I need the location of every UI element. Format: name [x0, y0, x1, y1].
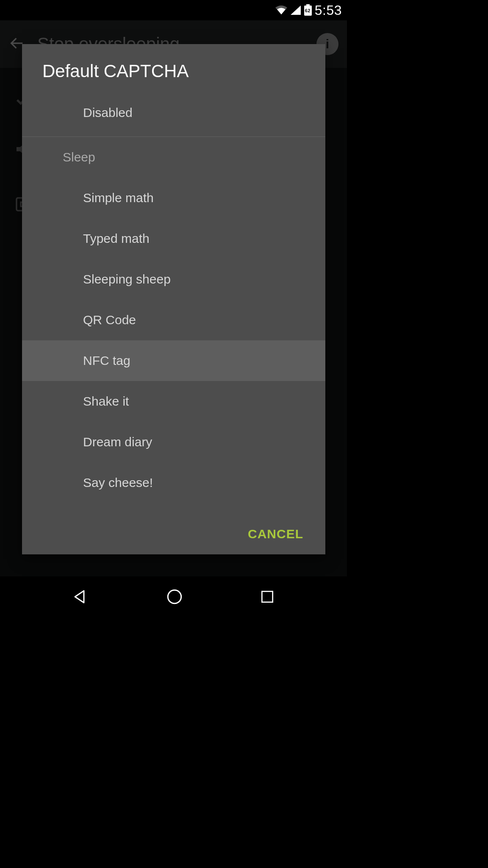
svg-rect-8 — [262, 591, 272, 602]
svg-marker-6 — [75, 591, 84, 603]
option-sleeping-sheep[interactable]: Sleeping sheep — [22, 259, 325, 300]
dialog-title: Default CAPTCHA — [22, 44, 325, 92]
option-label: QR Code — [83, 313, 136, 327]
option-simple-math[interactable]: Simple math — [22, 178, 325, 218]
cancel-button[interactable]: CANCEL — [246, 522, 305, 546]
nav-back-icon[interactable] — [72, 588, 90, 606]
svg-rect-4 — [306, 4, 310, 6]
battery-icon: 62 — [304, 4, 312, 16]
cell-signal-icon — [290, 5, 301, 15]
nav-recents-icon[interactable] — [259, 589, 275, 605]
dialog-actions: CANCEL — [22, 514, 325, 554]
option-say-cheese[interactable]: Say cheese! — [22, 462, 325, 503]
nav-bar — [0, 576, 347, 617]
battery-pct: 62 — [305, 8, 311, 13]
option-label: Dream diary — [83, 435, 152, 449]
captcha-dialog: Default CAPTCHA Disabled Sleep Simple ma… — [22, 44, 325, 554]
option-disabled[interactable]: Disabled — [22, 92, 325, 133]
option-dream-diary[interactable]: Dream diary — [22, 422, 325, 462]
dialog-option-list: Disabled Sleep Simple math Typed math Sl… — [22, 92, 325, 514]
option-nfc-tag[interactable]: NFC tag — [22, 340, 325, 381]
wifi-icon — [275, 5, 288, 15]
status-bar: 62 5:53 — [0, 0, 347, 20]
option-label: Sleeping sheep — [83, 272, 171, 287]
option-label: NFC tag — [83, 353, 130, 368]
option-label: Say cheese! — [83, 476, 153, 490]
option-label: Shake it — [83, 394, 129, 409]
option-shake-it[interactable]: Shake it — [22, 381, 325, 422]
status-clock: 5:53 — [315, 3, 342, 18]
nav-home-icon[interactable] — [166, 588, 183, 606]
option-label: Typed math — [83, 231, 150, 246]
section-label: Sleep — [22, 137, 325, 178]
option-typed-math[interactable]: Typed math — [22, 218, 325, 259]
option-label: Simple math — [83, 191, 154, 205]
option-label: Disabled — [83, 106, 133, 120]
option-qr-code[interactable]: QR Code — [22, 300, 325, 340]
svg-point-7 — [168, 590, 181, 604]
